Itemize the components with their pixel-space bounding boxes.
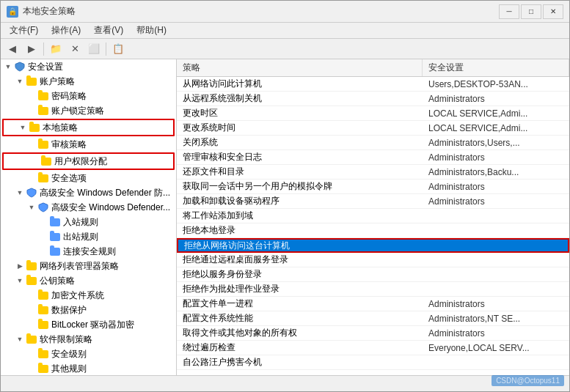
menu-file[interactable]: 文件(F) — [4, 23, 44, 38]
tree-label-firewall: 高级安全 Windows Defender... — [51, 201, 170, 214]
policy-row-16[interactable]: 配置文件系统性能 Administrators,NT SE... — [177, 311, 569, 326]
tree-node-dataprotect[interactable]: ▶ 数据保护 — [1, 303, 176, 317]
policy-row-12[interactable]: 拒绝通过远程桌面服务登录 — [177, 253, 569, 267]
shield-icon — [14, 61, 26, 73]
policy-row-11[interactable]: 拒绝从网络访问这台计算机 — [177, 238, 569, 253]
folder-icon-connection — [49, 245, 61, 257]
expand-efs[interactable]: ▶ — [26, 289, 37, 301]
back-button[interactable]: ◀ — [4, 41, 21, 57]
tree-label-audit: 审核策略 — [51, 138, 87, 151]
expand-dataprotect[interactable]: ▶ — [26, 304, 37, 316]
tree-node-firewall[interactable]: ▼ 高级安全 Windows Defender... — [1, 200, 176, 215]
tree-node-bitlocker[interactable]: ▶ BitLocker 驱动器加密 — [1, 317, 176, 332]
policy-row-19[interactable]: 自公路汪户携害今机 — [177, 355, 569, 370]
expand-audit[interactable]: ▶ — [26, 138, 37, 150]
tree-node-seclevel[interactable]: ▶ 安全级别 — [1, 347, 176, 361]
tree-node-userrights[interactable]: ▶ 用户权限分配 — [4, 154, 173, 169]
policy-row-18[interactable]: 绕过遍历检查 Everyone,LOCAL SERV... — [177, 341, 569, 355]
left-panel: ▼ 安全设置 ▼ 账户策略 ▶ 密码策略 ▶ — [1, 59, 177, 375]
expand-local[interactable]: ▼ — [17, 122, 29, 133]
forward-button[interactable]: ▶ — [23, 41, 40, 57]
policy-row-10[interactable]: 拒绝本地登录 — [177, 223, 569, 238]
expand-password[interactable]: ▶ — [26, 90, 37, 102]
tree-label-seclevel: 安全级别 — [51, 348, 87, 360]
tree-node-account[interactable]: ▼ 账户策略 — [1, 74, 176, 89]
tree-node-otherrules[interactable]: ▶ 其他规则 — [1, 361, 176, 375]
expand-inbound[interactable]: ▶ — [37, 216, 49, 228]
policy-row-15[interactable]: 配置文件单一进程 Administrators — [177, 297, 569, 311]
expand-netlist[interactable]: ▶ — [14, 260, 26, 272]
export-button[interactable]: 📋 — [109, 41, 127, 57]
expand-outbound[interactable]: ▶ — [37, 231, 49, 243]
expand-wdefender[interactable]: ▼ — [14, 187, 26, 199]
policy-value-18: Everyone,LOCAL SERV... — [423, 343, 569, 353]
policy-value-5: Administrators — [423, 152, 569, 163]
expand-softlimit[interactable]: ▼ — [14, 333, 26, 345]
maximize-button[interactable]: □ — [521, 4, 541, 19]
tree-node-password[interactable]: ▶ 密码策略 — [1, 89, 176, 103]
tree-label-password: 密码策略 — [51, 90, 87, 103]
expand-firewall[interactable]: ▼ — [26, 201, 37, 213]
policy-row-14[interactable]: 拒绝作为批处理作业登录 — [177, 282, 569, 297]
tree-node-outbound[interactable]: ▶ 出站规则 — [1, 229, 176, 244]
policy-row-17[interactable]: 取得文件或其他对象的所有权 Administrators — [177, 326, 569, 341]
policy-row-13[interactable]: 拒绝以服务身份登录 — [177, 267, 569, 282]
policy-row-5[interactable]: 管理审核和安全日志 Administrators — [177, 150, 569, 165]
tree-node-local[interactable]: ▼ 本地策略 — [4, 120, 173, 135]
policy-row-2[interactable]: 更改时区 LOCAL SERVICE,Admi... — [177, 106, 569, 121]
tree-node-root[interactable]: ▼ 安全设置 — [1, 59, 176, 74]
expand-pubkey[interactable]: ▼ — [14, 275, 26, 286]
toolbar: ◀ ▶ 📁 ✕ ⬜ 📋 — [1, 39, 569, 59]
tree-node-softlimit[interactable]: ▼ 软件限制策略 — [1, 332, 176, 347]
expand-account[interactable]: ▼ — [14, 75, 26, 87]
expand-lockout[interactable]: ▶ — [26, 105, 37, 117]
tree-node-efs[interactable]: ▶ 加密文件系统 — [1, 288, 176, 303]
expand-bitlocker[interactable]: ▶ — [26, 319, 37, 330]
expand-root[interactable]: ▼ — [2, 61, 14, 73]
menubar: 文件(F) 操作(A) 查看(V) 帮助(H) — [1, 23, 569, 39]
policy-row-9[interactable]: 将工作站添加到域 — [177, 209, 569, 223]
policy-row-0[interactable]: 从网络访问此计算机 Users,DESKTOP-53AN... — [177, 77, 569, 92]
tree-node-netlist[interactable]: ▶ 网络列表管理器策略 — [1, 259, 176, 273]
col-header-policy[interactable]: 策略 — [177, 59, 423, 76]
tree-node-audit[interactable]: ▶ 审核策略 — [1, 137, 176, 152]
policy-row-6[interactable]: 还原文件和目录 Administrators,Backu... — [177, 165, 569, 180]
tree-node-inbound[interactable]: ▶ 入站规则 — [1, 215, 176, 229]
col-header-security[interactable]: 安全设置 — [423, 59, 569, 76]
tree-label-account: 账户策略 — [40, 75, 75, 88]
policy-name-11: 拒绝从网络访问这台计算机 — [178, 240, 421, 252]
tree-label-efs: 加密文件系统 — [51, 289, 104, 302]
expand-seclevel[interactable]: ▶ — [26, 348, 37, 360]
menu-action[interactable]: 操作(A) — [45, 23, 87, 38]
expand-otherrules[interactable]: ▶ — [26, 363, 37, 374]
tree-node-wdefender[interactable]: ▼ 高级安全 Windows Defender 防... — [1, 185, 176, 200]
delete-button[interactable]: ✕ — [66, 41, 84, 57]
tree-node-lockout[interactable]: ▶ 账户锁定策略 — [1, 103, 176, 118]
menu-view[interactable]: 查看(V) — [88, 23, 129, 38]
properties-button[interactable]: ⬜ — [85, 41, 103, 57]
menu-help[interactable]: 帮助(H) — [131, 23, 172, 38]
expand-connection[interactable]: ▶ — [37, 245, 49, 257]
tree-node-pubkey[interactable]: ▼ 公钥策略 — [1, 273, 176, 288]
shield-icon-firewall — [37, 201, 49, 213]
minimize-button[interactable]: ─ — [499, 4, 519, 19]
close-button[interactable]: ✕ — [543, 4, 563, 19]
policy-value-2: LOCAL SERVICE,Admi... — [423, 108, 569, 119]
folder-icon-pubkey — [26, 275, 37, 286]
tree-node-connection[interactable]: ▶ 连接安全规则 — [1, 244, 176, 259]
folder-icon-softlimit — [26, 333, 37, 345]
policy-name-15: 配置文件单一进程 — [177, 297, 423, 310]
policy-row-3[interactable]: 更改系统时间 LOCAL SERVICE,Admi... — [177, 121, 569, 136]
expand-userrights[interactable]: ▶ — [29, 155, 40, 167]
toolbar-separator-1 — [43, 42, 44, 56]
window-controls: ─ □ ✕ — [499, 4, 563, 19]
policy-row-4[interactable]: 关闭系统 Administrators,Users,... — [177, 136, 569, 150]
policy-row-7[interactable]: 获取同一会话中另一个用户的模拟令牌 Administrators — [177, 180, 569, 194]
expand-security[interactable]: ▶ — [26, 172, 37, 184]
folder-icon-local — [29, 122, 40, 133]
policy-row-1[interactable]: 从远程系统强制关机 Administrators — [177, 92, 569, 106]
tree-node-security[interactable]: ▶ 安全选项 — [1, 171, 176, 185]
folder-icon-efs — [37, 289, 49, 301]
policy-row-8[interactable]: 加载和卸载设备驱动程序 Administrators — [177, 194, 569, 209]
folder-button[interactable]: 📁 — [47, 41, 65, 57]
